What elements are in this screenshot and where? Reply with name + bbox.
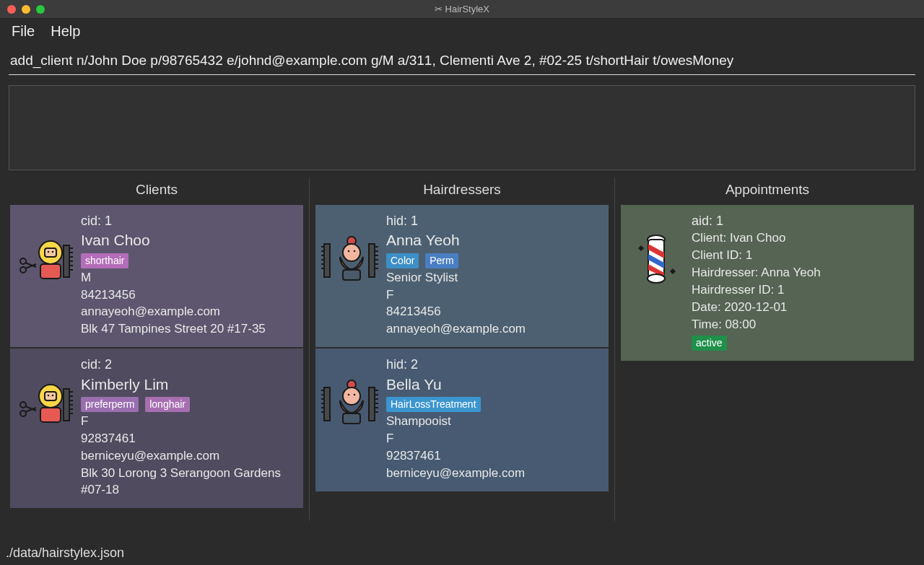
client-phone: 84213456 (81, 287, 296, 304)
data-file-path: ./data/hairstylex.json (6, 546, 124, 560)
barber-pole-icon (627, 212, 686, 289)
client-avatar-icon (16, 356, 75, 426)
hairdresser-title-line: Senior Stylist (386, 270, 601, 286)
appointment-info: aid: 1 Client: Ivan Choo Client ID: 1 Ha… (692, 212, 907, 352)
window-controls (7, 5, 45, 14)
appointment-client-id: Client ID: 1 (692, 248, 907, 264)
svg-rect-32 (324, 244, 330, 277)
tag: Perm (425, 253, 458, 268)
client-avatar-icon (16, 212, 75, 283)
tag: shorthair (81, 253, 128, 268)
client-address: Blk 30 Lorong 3 Serangoon Gardens #07-18 (81, 465, 296, 499)
hairdresser-name: Bella Yu (386, 375, 601, 395)
client-info: cid: 2 Kimberly Lim preferperm longhair … (81, 356, 296, 499)
appointment-hairdresser: Hairdresser: Anna Yeoh (692, 265, 907, 281)
client-address: Blk 47 Tampines Street 20 #17-35 (81, 321, 296, 338)
close-window-button[interactable] (7, 5, 16, 14)
hairdresser-phone: 84213456 (386, 304, 601, 320)
zoom-window-button[interactable] (36, 5, 45, 14)
appointments-title: Appointments (621, 182, 914, 198)
hairdresser-avatar-icon (321, 356, 380, 426)
client-email: berniceyu@example.com (81, 448, 296, 465)
tag: longhair (145, 397, 190, 412)
client-email: annayeoh@example.com (81, 304, 296, 320)
svg-point-72 (648, 274, 665, 283)
window-title: ✂ HairStyleX (0, 4, 924, 14)
result-display (9, 85, 915, 170)
svg-point-61 (354, 394, 356, 396)
hairdresser-email: berniceyu@example.com (386, 465, 601, 482)
hairdresser-avatar-icon (321, 212, 380, 283)
hairdresser-name: Anna Yeoh (386, 230, 601, 250)
appointment-id: aid: 1 (692, 212, 907, 229)
client-name: Ivan Choo (81, 230, 296, 250)
menu-help[interactable]: Help (51, 23, 80, 40)
svg-rect-24 (40, 408, 61, 422)
status-bar: ./data/hairstylex.json (0, 541, 924, 565)
svg-point-42 (354, 250, 356, 253)
client-gender: M (81, 270, 296, 286)
hairdresser-id: hid: 1 (386, 212, 601, 229)
client-gender: F (81, 413, 296, 430)
svg-point-60 (348, 394, 350, 396)
svg-rect-62 (343, 413, 360, 424)
svg-point-7 (52, 251, 54, 253)
svg-rect-43 (343, 270, 360, 280)
tag: HairLossTreatment (386, 397, 481, 412)
minimize-window-button[interactable] (22, 5, 30, 14)
tag: Color (386, 253, 419, 268)
main-columns: Clients (0, 175, 924, 521)
hairdresser-info: hid: 1 Anna Yeoh Color Perm Senior Styli… (386, 212, 601, 338)
client-name: Kimberly Lim (81, 375, 296, 395)
scissors-icon: ✂ (435, 4, 443, 14)
svg-point-23 (52, 395, 54, 397)
client-tags: preferperm longhair (81, 396, 296, 413)
hairdresser-card[interactable]: hid: 1 Anna Yeoh Color Perm Senior Styli… (315, 205, 609, 347)
hairdresser-id: hid: 2 (386, 356, 601, 373)
client-card[interactable]: cid: 1 Ivan Choo shorthair M 84213456 an… (10, 205, 303, 347)
svg-rect-5 (45, 248, 56, 257)
command-input[interactable] (9, 50, 915, 75)
hairdresser-info: hid: 2 Bella Yu HairLossTreatment Shampo… (386, 356, 601, 482)
command-area (0, 44, 924, 78)
appointment-date: Date: 2020-12-01 (692, 299, 907, 316)
svg-point-6 (48, 251, 50, 253)
svg-point-59 (343, 387, 360, 405)
svg-point-22 (48, 395, 50, 397)
svg-point-41 (348, 250, 350, 253)
hairdresser-gender: F (386, 287, 601, 304)
svg-rect-63 (369, 387, 375, 421)
appointment-hairdresser-id: Hairdresser ID: 1 (692, 282, 907, 299)
svg-rect-21 (45, 392, 56, 400)
hairdresser-card[interactable]: hid: 2 Bella Yu HairLossTreatment Shampo… (315, 349, 609, 491)
client-phone: 92837461 (81, 431, 296, 447)
hairdressers-column: Hairdressers (310, 178, 615, 521)
menu-file[interactable]: File (12, 23, 35, 40)
status-badge: active (692, 336, 727, 351)
hairdresser-gender: F (386, 431, 601, 447)
appointment-card[interactable]: aid: 1 Client: Ivan Choo Client ID: 1 Ha… (621, 205, 914, 361)
client-card[interactable]: cid: 2 Kimberly Lim preferperm longhair … (10, 349, 303, 507)
hairdresser-email: annayeoh@example.com (386, 321, 601, 338)
appointment-status: active (692, 335, 907, 351)
svg-point-40 (343, 244, 360, 261)
tag: preferperm (81, 397, 139, 412)
appointment-time: Time: 08:00 (692, 317, 907, 333)
hairdressers-title: Hairdressers (315, 182, 609, 198)
hairdresser-phone: 92837461 (386, 448, 601, 465)
svg-rect-8 (40, 264, 61, 279)
window-titlebar: ✂ HairStyleX (0, 0, 924, 19)
svg-rect-25 (64, 389, 69, 421)
client-id: cid: 2 (81, 356, 296, 373)
svg-rect-44 (369, 244, 375, 277)
clients-column: Clients (4, 178, 310, 521)
appointment-client: Client: Ivan Choo (692, 230, 907, 247)
svg-rect-51 (324, 387, 330, 421)
hairdresser-tags: Color Perm (386, 253, 601, 269)
svg-rect-9 (64, 245, 69, 277)
app-title-label: HairStyleX (445, 4, 489, 14)
appointments-column: Appointments aid: 1 Client: Ivan Choo Cl… (615, 178, 920, 521)
client-info: cid: 1 Ivan Choo shorthair M 84213456 an… (81, 212, 296, 338)
hairdresser-tags: HairLossTreatment (386, 396, 601, 413)
menubar: File Help (0, 19, 924, 44)
